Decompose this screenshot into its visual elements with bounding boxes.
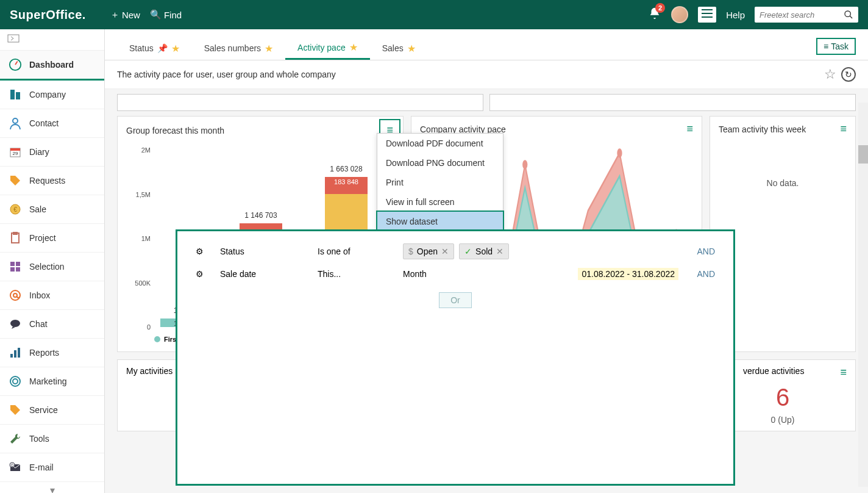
search-input[interactable] <box>760 10 844 20</box>
sidebar-item-dashboard[interactable]: Dashboard <box>0 51 104 81</box>
sidebar-item-chat[interactable]: Chat <box>0 310 104 339</box>
filter-row-status: ⚙ Status Is one of $Open✕ ✓Sold✕ AND <box>196 243 715 259</box>
user-avatar[interactable] <box>671 6 688 23</box>
dashboard-description-row: The activity pace for user, user group a… <box>105 60 868 89</box>
sidebar-item-label: Chat <box>29 319 48 329</box>
sidebar-item-company[interactable]: Company <box>0 81 104 109</box>
star-icon[interactable]: ★ <box>349 41 358 53</box>
svg-rect-12 <box>13 232 17 234</box>
sidebar-item-selection[interactable]: Selection <box>0 253 104 281</box>
sidebar-item-service[interactable]: Service <box>0 396 104 425</box>
legend-dot <box>154 336 160 342</box>
new-button[interactable]: ＋New <box>110 9 140 21</box>
menu-item-download-png-document[interactable]: Download PNG document <box>377 153 503 173</box>
tab-sales[interactable]: Sales ★ <box>370 37 428 60</box>
sidebar: DashboardCompanyContact29DiaryRequests€S… <box>0 29 105 493</box>
field-label: Sale date <box>220 269 305 279</box>
search-box <box>755 7 858 23</box>
date-range: 01.08.2022 - 31.08.2022 <box>578 268 678 280</box>
star-icon[interactable]: ★ <box>171 43 180 54</box>
panel-title: Group forecast this month <box>126 126 224 135</box>
chip-open[interactable]: $Open✕ <box>403 243 454 259</box>
sidebar-item-label: Service <box>29 405 58 415</box>
grid-icon <box>9 260 22 273</box>
sidebar-item-label: Diary <box>29 147 49 157</box>
close-icon[interactable]: ✕ <box>496 246 503 256</box>
or-button[interactable]: Or <box>439 292 472 308</box>
sidebar-collapse-button[interactable] <box>0 29 104 51</box>
menu-item-print[interactable]: Print <box>377 173 503 192</box>
tab-status[interactable]: Status 📌 ★ <box>117 37 192 60</box>
sidebar-item-contact[interactable]: Contact <box>0 109 104 138</box>
tag-icon <box>9 174 22 187</box>
building-icon <box>9 88 22 101</box>
app-logo: SuperOffice. <box>10 8 86 22</box>
app-header: SuperOffice. ＋New 🔍Find 2 Help <box>0 0 868 29</box>
filter-box-2[interactable] <box>489 94 856 111</box>
filter-row <box>105 89 868 116</box>
task-button[interactable]: ≡Task <box>816 38 856 55</box>
sidebar-item-reports[interactable]: Reports <box>0 339 104 367</box>
svg-rect-21 <box>14 350 16 358</box>
filter-box-1[interactable] <box>117 94 483 111</box>
sidebar-item-inbox[interactable]: Inbox <box>0 281 104 310</box>
logic-label: AND <box>691 246 715 256</box>
panel-title: Team activity this week <box>719 124 806 134</box>
chip-sold[interactable]: ✓Sold✕ <box>459 243 509 259</box>
main-menu-button[interactable] <box>698 7 716 23</box>
notification-badge: 2 <box>655 3 665 13</box>
star-icon[interactable]: ★ <box>265 43 273 54</box>
sidebar-item-label: Selection <box>29 262 65 272</box>
tab-sales-numbers[interactable]: Sales numbers ★ <box>192 37 285 60</box>
operator-label: Is one of <box>318 246 391 256</box>
sidebar-item-project[interactable]: Project <box>0 224 104 253</box>
dashboard-description: The activity pace for user, user group a… <box>117 70 336 79</box>
sidebar-item-diary[interactable]: 29Diary <box>0 138 104 167</box>
sidebar-scroll-down[interactable]: ▾ <box>0 482 104 493</box>
sidebar-item-sale[interactable]: €Sale <box>0 195 104 224</box>
svg-point-23 <box>10 376 20 386</box>
svg-point-19 <box>10 320 20 327</box>
svg-text:0: 0 <box>11 463 13 467</box>
menu-item-download-pdf-document[interactable]: Download PDF document <box>377 134 503 153</box>
refresh-button[interactable]: ↻ <box>841 67 856 82</box>
vertical-scrollbar[interactable] <box>858 103 868 487</box>
sidebar-item-label: Contact <box>29 118 59 128</box>
sidebar-item-e-mail[interactable]: 0E-mail <box>0 453 104 482</box>
star-icon[interactable]: ★ <box>407 43 416 54</box>
panel-menu-button[interactable]: ≡ <box>686 123 693 135</box>
sidebar-item-label: Requests <box>29 176 65 185</box>
svg-point-17 <box>10 290 20 300</box>
svg-rect-3 <box>10 90 15 99</box>
panel-menu-button[interactable]: ≡ <box>840 123 847 135</box>
sidebar-item-tools[interactable]: Tools <box>0 425 104 453</box>
help-link[interactable]: Help <box>726 10 745 20</box>
at-icon <box>9 289 22 302</box>
overdue-count: 6 <box>719 384 847 411</box>
tab-label: Status <box>129 43 154 53</box>
search-icon[interactable] <box>844 9 853 20</box>
sidebar-item-marketing[interactable]: Marketing <box>0 367 104 396</box>
svg-point-33 <box>617 148 622 157</box>
sidebar-item-label: Project <box>29 233 56 243</box>
close-icon[interactable]: ✕ <box>441 246 449 256</box>
svg-point-0 <box>845 11 850 16</box>
pin-icon: 📌 <box>157 43 168 53</box>
coin-icon: € <box>9 203 22 216</box>
panel-menu-button[interactable]: ≡ <box>840 366 847 379</box>
target-icon <box>9 375 22 388</box>
tab-activity-pace[interactable]: Activity pace ★ <box>285 37 370 60</box>
notifications-button[interactable]: 2 <box>648 7 661 23</box>
favorite-toggle[interactable]: ☆ <box>824 67 836 82</box>
tag2-icon <box>9 403 22 417</box>
find-button[interactable]: 🔍Find <box>150 9 182 20</box>
sidebar-item-requests[interactable]: Requests <box>0 167 104 195</box>
menu-item-view-in-full-screen[interactable]: View in full screen <box>377 192 503 212</box>
svg-rect-4 <box>16 92 20 99</box>
calendar-icon: 29 <box>9 145 22 159</box>
chart-legend: First <box>154 336 179 343</box>
clipboard-icon <box>9 231 22 245</box>
bubble-icon <box>9 317 22 331</box>
gauge-icon <box>9 58 22 71</box>
operator-label: This... <box>318 269 391 279</box>
